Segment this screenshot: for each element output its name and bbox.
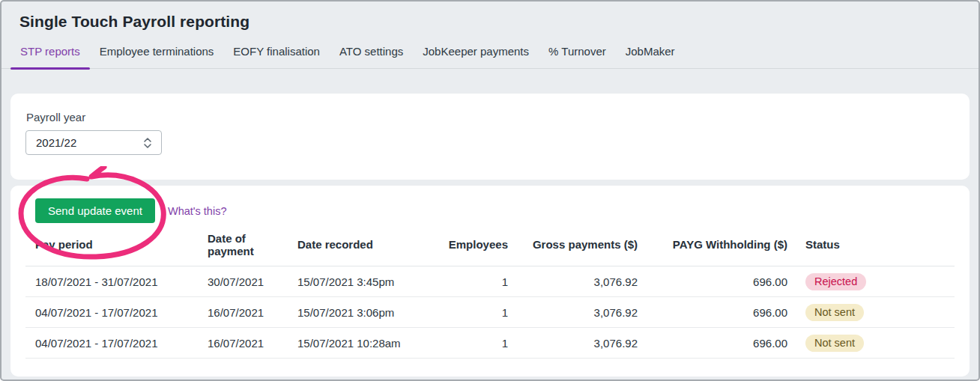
stp-reports-table: Pay period Date of payment Date recorded… [25,225,955,359]
tab-percent-turnover[interactable]: % Turnover [539,40,616,68]
actions-row: Send update event What's this? [25,198,955,223]
tab-bar: STP reports Employee terminations EOFY f… [1,40,979,69]
col-header-employees: Employees [421,238,508,251]
table-row[interactable]: 04/07/2021 - 17/07/2021 16/07/2021 15/07… [25,328,955,359]
cell-employees: 1 [421,275,508,288]
payroll-year-label: Payroll year [26,111,955,124]
cell-pay-period: 04/07/2021 - 17/07/2021 [25,306,198,319]
col-header-date-of-payment: Date of payment [198,232,288,257]
tab-jobkeeper-payments[interactable]: JobKeeper payments [413,40,539,68]
tab-employee-terminations[interactable]: Employee terminations [90,40,224,68]
send-update-event-button[interactable]: Send update event [35,198,155,223]
col-header-status: Status [787,238,955,251]
cell-gross-payments: 3,076.92 [508,337,638,350]
main-content: Payroll year 2021/22 Send update event W… [1,94,979,377]
cell-employees: 1 [421,306,508,319]
table-row[interactable]: 04/07/2021 - 17/07/2021 16/07/2021 15/07… [25,297,955,328]
stp-reports-card: Send update event What's this? Pay perio… [10,186,970,377]
payroll-year-value: 2021/22 [36,136,76,149]
col-header-gross-payments: Gross payments ($) [508,238,638,251]
cell-pay-period: 18/07/2021 - 31/07/2021 [25,275,198,288]
stp-reporting-window: Single Touch Payroll reporting STP repor… [0,0,980,381]
cell-payg-withholding: 696.00 [638,337,787,350]
col-header-pay-period: Pay period [25,238,198,251]
status-badge: Not sent [805,335,864,352]
status-badge: Rejected [805,273,866,290]
col-header-payg-withholding: PAYG Withholding ($) [638,238,787,251]
cell-payg-withholding: 696.00 [638,306,787,319]
tab-stp-reports[interactable]: STP reports [10,40,90,68]
cell-date-of-payment: 16/07/2021 [198,337,288,350]
page-title: Single Touch Payroll reporting [1,1,979,40]
cell-date-recorded: 15/07/2021 3:06pm [288,306,421,319]
cell-date-recorded: 15/07/2021 10:28am [288,337,421,350]
col-header-date-recorded: Date recorded [288,238,421,251]
payroll-year-card: Payroll year 2021/22 [10,94,970,180]
table-row[interactable]: 18/07/2021 - 31/07/2021 30/07/2021 15/07… [25,266,955,297]
select-updown-icon [143,136,152,150]
cell-date-of-payment: 16/07/2021 [198,306,288,319]
tab-eofy-finalisation[interactable]: EOFY finalisation [223,40,330,68]
cell-employees: 1 [421,337,508,350]
cell-payg-withholding: 696.00 [638,275,787,288]
cell-date-recorded: 15/07/2021 3:45pm [288,275,421,288]
tab-ato-settings[interactable]: ATO settings [330,40,413,68]
cell-gross-payments: 3,076.92 [508,306,638,319]
cell-pay-period: 04/07/2021 - 17/07/2021 [25,337,198,350]
whats-this-link[interactable]: What's this? [168,205,227,217]
table-header-row: Pay period Date of payment Date recorded… [25,225,955,266]
cell-gross-payments: 3,076.92 [508,275,638,288]
payroll-year-select[interactable]: 2021/22 [25,130,162,155]
cell-date-of-payment: 30/07/2021 [198,275,288,288]
status-badge: Not sent [805,304,864,321]
tab-jobmaker[interactable]: JobMaker [616,40,685,68]
